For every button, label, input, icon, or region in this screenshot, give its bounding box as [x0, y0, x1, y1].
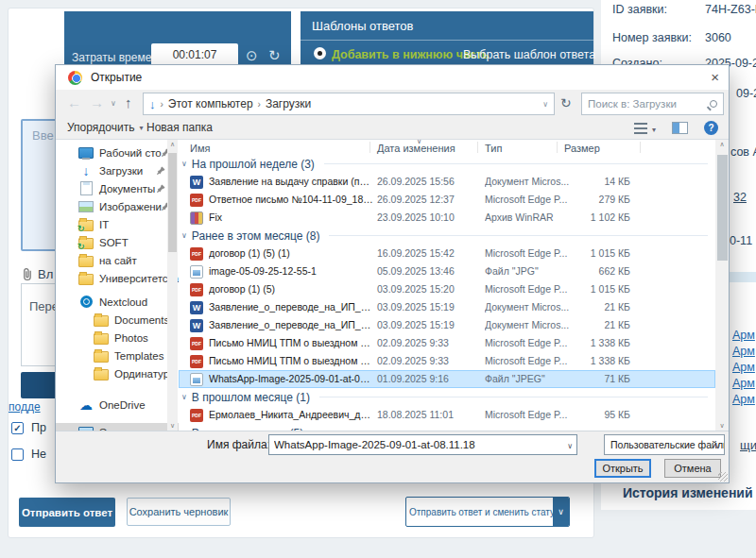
search-box[interactable]: [581, 93, 724, 115]
sidebar-item[interactable]: Nextcloud: [56, 293, 179, 311]
attachment-link[interactable]: Арм: [732, 377, 755, 390]
scroll-down-icon[interactable]: ∨: [715, 422, 729, 430]
file-group-header[interactable]: ∨ Ранее в этом году (5): [179, 424, 715, 431]
column-name[interactable]: Имя: [190, 143, 210, 154]
view-chevron-icon[interactable]: ▾: [652, 126, 656, 134]
sidebar-item[interactable]: Ординатура: [56, 364, 179, 382]
file-group-header[interactable]: ∨ На прошлой неделе (3): [179, 155, 715, 173]
sidebar-item[interactable]: Загрузки: [56, 161, 179, 179]
open-button[interactable]: Открыть: [594, 459, 651, 478]
file-name[interactable]: Ермолаев_Никита_Андреевич_договор: [209, 409, 373, 420]
file-name[interactable]: Письмо НМИЦ ТПМ о выездном меро…: [209, 355, 373, 366]
column-type[interactable]: Тип: [485, 143, 502, 154]
chevron-down-icon[interactable]: ∨: [553, 498, 569, 526]
preview-pane-icon[interactable]: [672, 122, 688, 134]
file-group-header[interactable]: ∨ Ранее в этом месяце (8): [179, 227, 715, 245]
file-name[interactable]: Заявление_о_переводе_на_ИП_СПО_09…: [209, 319, 373, 330]
file-row[interactable]: Fix 23.09.2025 10:10 Архив WinRAR 1 102 …: [179, 209, 715, 227]
append-bottom-radio[interactable]: [314, 47, 326, 59]
collapse-chevron-icon[interactable]: ∨: [181, 231, 187, 240]
checkbox-unchecked-icon[interactable]: [11, 448, 24, 461]
sidebar-item[interactable]: Photos: [56, 329, 179, 347]
checkbox-row-1[interactable]: ✓ Пр: [11, 421, 46, 434]
search-icon[interactable]: [710, 100, 717, 108]
file-row[interactable]: WhatsApp-Image-2025-09-01-at-08.11.18 01…: [179, 370, 715, 388]
refresh-time-icon[interactable]: ↻: [268, 47, 281, 64]
history-chevron-icon[interactable]: ∨: [111, 99, 116, 108]
file-name[interactable]: Ответное письмо №104-11-09_18694 от …: [209, 194, 373, 205]
attachment-link[interactable]: Арм: [732, 361, 755, 374]
sidebar-item[interactable]: Templates: [56, 347, 179, 364]
new-folder-button[interactable]: Новая папка: [146, 121, 213, 134]
sidebar-item[interactable]: OneDrive: [56, 396, 179, 414]
file-row[interactable]: договор (1) (5) (1) 16.09.2025 15:42 Mic…: [179, 245, 715, 262]
collapse-chevron-icon[interactable]: ∨: [181, 429, 187, 431]
search-input[interactable]: [588, 98, 710, 110]
file-row[interactable]: Заявление на выдачу справки (период … 26…: [179, 173, 715, 191]
sidebar-item[interactable]: на сайт: [56, 251, 179, 269]
file-row[interactable]: Ответное письмо №104-11-09_18694 от … 26…: [179, 191, 715, 209]
sidebar-scrollbar[interactable]: ∧ ∨: [167, 140, 178, 431]
file-list-scrollbar[interactable]: ∧ ∨: [715, 140, 729, 431]
send-reply-button[interactable]: Отправить ответ: [19, 498, 115, 527]
file-name[interactable]: Fix: [209, 211, 373, 223]
filetype-select[interactable]: Пользовательские файлы ∨: [604, 434, 725, 455]
collapse-chevron-icon[interactable]: ∨: [181, 393, 187, 401]
scrollbar-thumb[interactable]: [168, 153, 177, 252]
help-icon[interactable]: ?: [704, 121, 718, 135]
scrollbar-thumb[interactable]: [717, 155, 728, 261]
dialog-titlebar[interactable]: Открытие ×: [56, 65, 729, 90]
close-icon[interactable]: ×: [711, 69, 719, 85]
chevron-down-icon[interactable]: ∨: [567, 442, 573, 450]
breadcrumb-downloads[interactable]: Загрузки: [266, 97, 311, 110]
file-name[interactable]: Заявление на выдачу справки (период …: [209, 176, 373, 187]
scroll-up-icon[interactable]: ∧: [167, 141, 178, 148]
sidebar-item[interactable]: Рабочий сто: [56, 144, 179, 161]
attachment-link[interactable]: Арм: [732, 393, 755, 406]
resize-grip[interactable]: [718, 472, 728, 482]
file-row[interactable]: Заявление_о_переводе_на_ИП_СПО_09… 03.09…: [179, 298, 715, 316]
sidebar-item[interactable]: Университетска: [56, 269, 179, 287]
refresh-icon[interactable]: ↻: [560, 95, 572, 110]
send-and-change-status-button[interactable]: Отправить ответ и сменить статус ∨: [405, 497, 570, 527]
sidebar-item[interactable]: Этот компьютер: [56, 423, 179, 431]
organize-menu[interactable]: Упорядочить ▾: [67, 121, 143, 134]
supported-formats-link[interactable]: подде: [9, 400, 41, 414]
up-icon[interactable]: ↑: [125, 94, 132, 110]
forward-icon[interactable]: →: [90, 94, 104, 110]
sidebar-item[interactable]: Документы: [56, 179, 179, 197]
view-list-icon[interactable]: [634, 123, 647, 134]
breadcrumb-this-pc[interactable]: Этот компьютер: [168, 97, 253, 110]
file-name[interactable]: WhatsApp-Image-2025-09-01-at-08.11.18: [209, 373, 373, 384]
sidebar-item[interactable]: ↻ IT: [56, 215, 179, 233]
file-group-header[interactable]: ∨ В прошлом месяце (1): [179, 388, 715, 406]
file-name[interactable]: image-05-09-25-12-55-1: [209, 265, 373, 277]
link-fragment-bottom[interactable]: щие: [740, 438, 756, 452]
breadcrumb[interactable]: ↓ › Этот компьютер › Загрузки ∨: [143, 93, 555, 115]
column-size[interactable]: Размер: [564, 143, 600, 154]
filename-combobox[interactable]: ∨: [268, 434, 577, 455]
attachment-link[interactable]: Арм: [732, 329, 755, 342]
file-row[interactable]: Ермолаев_Никита_Андреевич_договор 18.08.…: [179, 406, 715, 424]
sidebar-item[interactable]: Изображени: [56, 197, 179, 215]
attachment-link[interactable]: Арм: [732, 345, 755, 358]
checkbox-row-2[interactable]: Не: [11, 448, 46, 461]
sidebar-item[interactable]: Documents: [56, 311, 179, 329]
file-row[interactable]: Письмо НМИЦ ТПМ о выездном меро… 02.09.2…: [179, 334, 715, 352]
back-icon[interactable]: ←: [67, 94, 81, 110]
file-name[interactable]: договор (1) (5): [209, 283, 373, 295]
file-row[interactable]: Заявление_о_переводе_на_ИП_СПО_09… 03.09…: [179, 316, 715, 334]
column-date[interactable]: Дата изменения: [377, 143, 455, 154]
address-dropdown-icon[interactable]: ∨: [542, 100, 548, 109]
cancel-button[interactable]: Отмена: [664, 459, 721, 478]
time-spent-input[interactable]: 00:01:07: [151, 43, 238, 66]
file-row[interactable]: договор (1) (5) 03.09.2025 15:20 Microso…: [179, 280, 715, 298]
file-name[interactable]: Письмо НМИЦ ТПМ о выездном меро…: [209, 337, 373, 348]
file-row[interactable]: Письмо НМИЦ ТПМ о выездном меро… 02.09.2…: [179, 352, 715, 370]
sidebar-item[interactable]: ↻ SOFT: [56, 233, 179, 251]
scroll-up-icon[interactable]: ∧: [715, 141, 729, 148]
checkbox-checked-icon[interactable]: ✓: [11, 422, 24, 434]
file-name[interactable]: договор (1) (5) (1): [209, 247, 373, 259]
save-draft-button[interactable]: Сохранить черновик: [127, 498, 231, 526]
file-name[interactable]: Заявление_о_переводе_на_ИП_СПО_09…: [209, 301, 373, 313]
